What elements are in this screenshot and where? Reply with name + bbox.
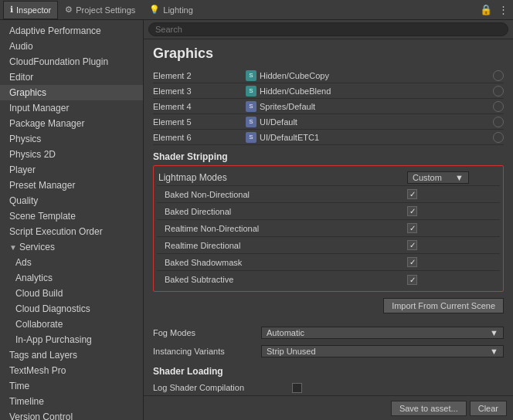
realtime-directional-row: Realtime Directional ✓ — [157, 237, 500, 254]
baked-non-directional-row: Baked Non-Directional ✓ — [157, 186, 500, 203]
sidebar-item-audio[interactable]: Audio — [0, 39, 143, 54]
baked-subtractive-checkbox[interactable]: ✓ — [407, 275, 417, 285]
baked-directional-label: Baked Directional — [163, 207, 407, 216]
save-to-asset-button[interactable]: Save to asset... — [391, 401, 467, 416]
instancing-dropdown-arrow-icon: ▼ — [490, 347, 498, 356]
sidebar-item-cloud-build[interactable]: Cloud Build — [0, 286, 143, 301]
sidebar-item-adaptive-performance[interactable]: Adaptive Performance — [0, 23, 143, 39]
realtime-non-directional-label: Realtime Non-Directional — [163, 224, 407, 233]
baked-non-directional-check: ✓ — [407, 189, 500, 199]
tab-inspector[interactable]: ℹ Inspector — [3, 1, 58, 19]
element-2-circle-btn[interactable] — [493, 70, 504, 81]
sidebar-item-ads[interactable]: Ads — [0, 255, 143, 270]
sidebar-item-physics[interactable]: Physics — [0, 131, 143, 147]
dropdown-arrow-icon: ▼ — [455, 173, 464, 182]
element-2-icon: S — [246, 70, 256, 81]
sidebar-item-time[interactable]: Time — [0, 378, 143, 394]
element-row-2: Element 2 S Hidden/CubeCopy — [153, 68, 504, 83]
element-6-icon: S — [246, 132, 256, 143]
fog-dropdown-arrow-icon: ▼ — [490, 328, 498, 337]
sidebar-item-tags-and-layers[interactable]: Tags and Layers — [0, 347, 143, 363]
settings-icon: ⚙ — [65, 5, 73, 15]
realtime-directional-check: ✓ — [407, 240, 500, 250]
baked-subtractive-row: Baked Subtractive ✓ — [157, 271, 500, 288]
content-area: Graphics Element 2 S Hidden/CubeCopy Ele… — [144, 20, 513, 420]
sidebar-item-quality[interactable]: Quality — [0, 193, 143, 208]
sidebar-item-collaborate[interactable]: Collaborate — [0, 317, 143, 332]
element-3-value: S Hidden/CubeBlend — [246, 86, 504, 97]
lock-icon[interactable]: 🔒 — [478, 3, 494, 16]
element-3-icon: S — [246, 86, 256, 97]
element-6-circle-btn[interactable] — [493, 132, 504, 143]
element-4-value: S Sprites/Default — [246, 101, 504, 112]
shader-stripping-header: Shader Stripping — [153, 151, 504, 162]
main-layout: Adaptive Performance Audio CloudFoundati… — [0, 20, 513, 420]
sidebar-item-script-execution[interactable]: Script Execution Order — [0, 224, 143, 239]
shader-loading-header: Shader Loading — [153, 366, 504, 377]
sidebar-item-cloud-diagnostics[interactable]: Cloud Diagnostics — [0, 301, 143, 317]
search-bar — [144, 20, 513, 39]
sidebar-item-textmesh-pro[interactable]: TextMesh Pro — [0, 363, 143, 378]
sidebar-item-analytics[interactable]: Analytics — [0, 270, 143, 286]
clear-button[interactable]: Clear — [470, 401, 507, 416]
tab-project-settings[interactable]: ⚙ Project Settings — [58, 1, 142, 19]
search-input[interactable] — [148, 22, 508, 36]
lightmap-modes-row: Lightmap Modes Custom ▼ — [157, 169, 500, 186]
element-row-4: Element 4 S Sprites/Default — [153, 99, 504, 114]
baked-non-directional-checkbox[interactable]: ✓ — [407, 189, 417, 199]
sidebar-item-input-manager[interactable]: Input Manager — [0, 100, 143, 116]
realtime-non-directional-check: ✓ — [407, 223, 500, 233]
sidebar-item-scene-template[interactable]: Scene Template — [0, 208, 143, 224]
sidebar-item-timeline[interactable]: Timeline — [0, 394, 143, 409]
sidebar-item-player[interactable]: Player — [0, 162, 143, 178]
element-5-label: Element 5 — [153, 117, 246, 127]
element-5-value: S UI/Default — [246, 117, 504, 127]
shader-stripping-box: Lightmap Modes Custom ▼ Baked Non-Direct… — [153, 165, 504, 292]
log-shader-checkbox[interactable] — [292, 383, 302, 393]
element-3-circle-btn[interactable] — [493, 86, 504, 97]
lighting-icon: 💡 — [149, 5, 160, 15]
element-4-circle-btn[interactable] — [493, 101, 504, 112]
log-shader-label: Log Shader Compilation — [153, 383, 292, 392]
fog-modes-row: Fog Modes Automatic ▼ — [153, 324, 504, 341]
sidebar-item-in-app-purchasing[interactable]: In-App Purchasing — [0, 332, 143, 347]
inspector-tab-label: Inspector — [16, 5, 51, 15]
element-row-6: Element 6 S UI/DefaultETC1 — [153, 130, 504, 145]
sidebar-item-editor[interactable]: Editor — [0, 69, 143, 85]
element-5-circle-btn[interactable] — [493, 117, 504, 127]
element-5-icon: S — [246, 117, 256, 127]
sidebar-item-preset-manager[interactable]: Preset Manager — [0, 178, 143, 193]
sidebar-item-services[interactable]: ▼ Services — [0, 239, 143, 255]
lightmap-modes-dropdown[interactable]: Custom ▼ — [407, 171, 469, 184]
fog-modes-dropdown[interactable]: Automatic ▼ — [261, 327, 504, 339]
sidebar-item-package-manager[interactable]: Package Manager — [0, 116, 143, 131]
tab-lighting[interactable]: 💡 Lighting — [142, 1, 200, 19]
baked-shadowmask-label: Baked Shadowmask — [163, 258, 407, 267]
page-title: Graphics — [153, 46, 504, 62]
baked-shadowmask-checkbox[interactable]: ✓ — [407, 257, 417, 267]
shader-loading-section: Shader Loading Log Shader Compilation ▶ … — [153, 366, 504, 395]
baked-directional-checkbox[interactable]: ✓ — [407, 206, 417, 216]
realtime-non-directional-checkbox[interactable]: ✓ — [407, 223, 417, 233]
lightmap-modes-label: Lightmap Modes — [157, 172, 407, 183]
baked-non-directional-label: Baked Non-Directional — [163, 190, 407, 199]
realtime-directional-checkbox[interactable]: ✓ — [407, 240, 417, 250]
element-6-value: S UI/DefaultETC1 — [246, 132, 504, 143]
more-icon[interactable]: ⋮ — [497, 3, 510, 16]
baked-subtractive-label: Baked Subtractive — [163, 275, 407, 284]
sidebar-item-graphics[interactable]: Graphics — [0, 85, 143, 100]
sidebar-item-version-control[interactable]: Version Control — [0, 409, 143, 420]
sidebar: Adaptive Performance Audio CloudFoundati… — [0, 20, 144, 420]
top-bar-actions: 🔒 ⋮ — [478, 3, 510, 16]
element-row-5: Element 5 S UI/Default — [153, 114, 504, 130]
log-shader-row: Log Shader Compilation — [153, 380, 504, 395]
sidebar-item-physics-2d[interactable]: Physics 2D — [0, 147, 143, 162]
import-from-current-scene-button[interactable]: Import From Current Scene — [383, 298, 504, 313]
lighting-tab-label: Lighting — [163, 5, 193, 15]
sidebar-item-cloudfoundation[interactable]: CloudFoundation Plugin — [0, 54, 143, 69]
element-4-label: Element 4 — [153, 102, 246, 111]
top-bar: ℹ Inspector ⚙ Project Settings 💡 Lightin… — [0, 0, 513, 20]
element-6-label: Element 6 — [153, 133, 246, 142]
baked-shadowmask-row: Baked Shadowmask ✓ — [157, 254, 500, 271]
instancing-variants-dropdown[interactable]: Strip Unused ▼ — [261, 345, 504, 357]
